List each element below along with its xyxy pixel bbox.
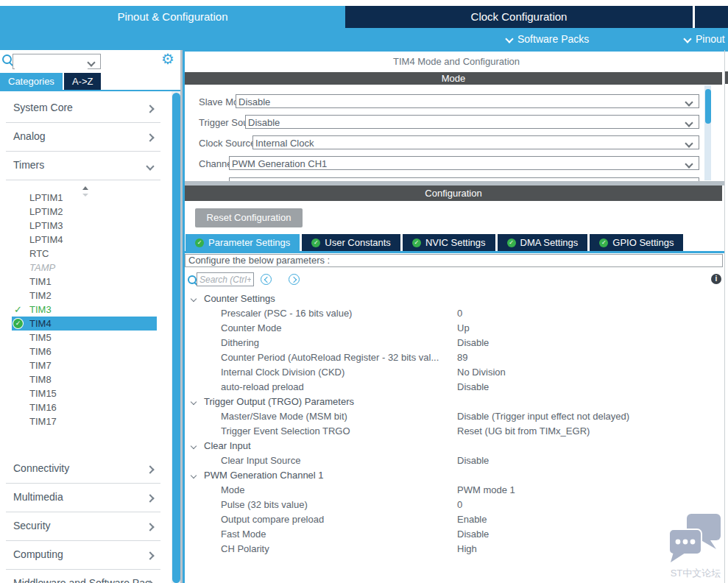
chevron-right-icon: [146, 523, 154, 531]
chevron-down-icon: [87, 58, 95, 66]
sidebar-item-tim4[interactable]: ✓TIM4: [12, 317, 157, 331]
panel-right-divider: [724, 50, 725, 583]
peripherals-sidebar: ⚙ Categories A->Z System CoreAnalogTimer…: [0, 50, 183, 583]
param-group-pwm-generation-channel-1[interactable]: PWM Generation Channel 1: [185, 468, 724, 483]
mode-select-channel1[interactable]: PWM Generation CH1: [229, 156, 699, 170]
param-row: Prescaler (PSC - 16 bits value)0: [185, 306, 724, 321]
param-row: ModePWM mode 1: [185, 483, 724, 498]
watermark-label: ST中文论坛: [666, 567, 725, 580]
tab-nvic-settings[interactable]: ✓NVIC Settings: [403, 234, 495, 251]
sidebar-item-tim8[interactable]: TIM8: [0, 372, 171, 386]
mode-select-clock-source[interactable]: Internal Clock: [252, 135, 699, 149]
chevron-right-icon: [291, 277, 297, 283]
gear-icon[interactable]: ⚙: [161, 52, 174, 66]
param-group-clear-input[interactable]: Clear Input: [185, 439, 724, 453]
tab-clock-configuration[interactable]: Clock Configuration: [345, 6, 695, 28]
sidebar-scrollbar-thumb[interactable]: [172, 93, 180, 583]
mode-section-body: Slave ModeDisableTrigger SourceDisableCl…: [185, 85, 722, 181]
sidebar-item-tim17[interactable]: TIM17: [0, 414, 171, 428]
software-packs-label: Software Packs: [517, 33, 589, 45]
sidebar-item-tamp[interactable]: TAMP: [0, 261, 171, 275]
tab-next-partial[interactable]: [695, 6, 728, 28]
sidebar-item-tim2[interactable]: TIM2: [0, 289, 171, 303]
pinout-view-label: Pinout: [696, 33, 725, 45]
info-icon[interactable]: i: [711, 274, 721, 284]
sidebar-item-security[interactable]: Security: [6, 512, 160, 541]
sidebar-item-multimedia[interactable]: Multimedia: [6, 484, 160, 512]
sidebar-item-lptim4[interactable]: LPTIM4: [0, 233, 171, 247]
sub-navbar: Software Packs Pinout: [0, 28, 728, 50]
sidebar-item-lptim2[interactable]: LPTIM2: [0, 205, 171, 219]
chevron-down-icon: [191, 399, 197, 405]
search-prev-button[interactable]: [261, 274, 272, 285]
check-icon: ✓: [14, 303, 22, 317]
chevron-right-icon: [146, 133, 154, 141]
mode-row-channel1: Channel1PWM Generation CH1: [185, 157, 722, 171]
sidebar-item-tim1[interactable]: TIM1: [0, 275, 171, 289]
chevron-down-icon: [146, 162, 154, 170]
tab-categories[interactable]: Categories: [0, 73, 63, 90]
configuration-section-header: Configuration: [185, 186, 722, 201]
adjacent-panel-header-sliver: [725, 71, 728, 84]
tab-user-constants[interactable]: ✓User Constants: [302, 234, 400, 251]
sidebar-item-timers[interactable]: Timers: [6, 152, 160, 180]
sidebar-item-lptim1[interactable]: LPTIM1: [0, 191, 171, 205]
sidebar-item-middleware-and-software-pac[interactable]: Middleware and Software Pac: [6, 570, 160, 583]
tab-gpio-settings[interactable]: ✓GPIO Settings: [590, 234, 683, 251]
param-row: Master/Slave Mode (MSM bit)Disable (Trig…: [185, 409, 724, 424]
chevron-down-icon: [683, 35, 691, 43]
sidebar-item-analog[interactable]: Analog: [6, 123, 160, 152]
tab-parameter-settings[interactable]: ✓Parameter Settings: [185, 234, 300, 251]
sidebar-item-tim16[interactable]: TIM16: [0, 400, 171, 414]
chevron-down-icon: [685, 139, 693, 147]
check-circle-icon: ✓: [13, 319, 23, 328]
stm32cubemx-window: Pinout & Configuration Clock Configurati…: [0, 0, 728, 583]
reset-configuration-button[interactable]: Reset Configuration: [195, 208, 303, 227]
list-scroll-up-button[interactable]: [0, 180, 171, 191]
chevron-down-icon: [191, 473, 197, 478]
mode-scrollbar-thumb[interactable]: [705, 89, 711, 124]
sidebar-item-computing[interactable]: Computing: [6, 541, 160, 570]
param-row: Counter ModeUp: [185, 321, 724, 336]
sidebar-search-input[interactable]: [15, 55, 88, 69]
chevron-left-icon: [264, 277, 270, 283]
sidebar-item-tim15[interactable]: TIM15: [0, 386, 171, 400]
check-circle-icon: ✓: [599, 239, 608, 247]
mode-select-slave-mode[interactable]: Disable: [236, 94, 699, 108]
pinout-view-menu[interactable]: Pinout: [685, 28, 725, 50]
check-circle-icon: ✓: [195, 239, 204, 247]
sidebar-item-tim5[interactable]: TIM5: [0, 331, 171, 344]
param-row: Pulse (32 bits value)0: [185, 498, 724, 512]
search-next-button[interactable]: [289, 274, 300, 285]
sidebar-item-system-core[interactable]: System Core: [6, 94, 160, 123]
sidebar-item-rtc[interactable]: RTC: [0, 247, 171, 261]
mode-select-trigger-source[interactable]: Disable: [245, 115, 699, 129]
sidebar-item-tim3[interactable]: ✓TIM3: [0, 303, 171, 317]
forum-watermark: ST中文论坛: [666, 514, 725, 580]
param-group-trigger-output-trgo-parameters[interactable]: Trigger Output (TRGO) Parameters: [185, 395, 724, 409]
sidebar-item-tim6[interactable]: TIM6: [0, 344, 171, 358]
param-row: Trigger Event Selection TRGOReset (UG bi…: [185, 424, 724, 439]
parameter-search-input[interactable]: [197, 272, 254, 286]
software-packs-menu[interactable]: Software Packs: [506, 28, 589, 50]
tab-a-to-z[interactable]: A->Z: [64, 73, 102, 90]
chevron-down-icon: [191, 443, 197, 449]
sidebar-categories-bottom: ConnectivityMultimediaSecurityComputingM…: [0, 455, 171, 583]
tim4-config-panel: TIM4 Mode and Configuration Mode Slave M…: [183, 50, 728, 583]
chevron-right-icon: [146, 105, 154, 113]
param-row: Counter Period (AutoReload Register - 32…: [185, 350, 724, 365]
param-row: Clear Input SourceDisable: [185, 453, 724, 468]
tab-pinout-configuration[interactable]: Pinout & Configuration: [0, 6, 345, 28]
param-row: Fast ModeDisable: [185, 527, 724, 542]
check-circle-icon: ✓: [311, 239, 320, 247]
sidebar-search-combo[interactable]: [13, 54, 101, 69]
sidebar-item-tim7[interactable]: TIM7: [0, 358, 171, 372]
tab-dma-settings[interactable]: ✓DMA Settings: [498, 234, 588, 251]
mode-row-clock-source: Clock SourceInternal Clock: [185, 136, 722, 150]
param-group-counter-settings[interactable]: Counter Settings: [185, 292, 724, 306]
sidebar-item-connectivity[interactable]: Connectivity: [6, 455, 160, 484]
triangle-up-icon: [82, 186, 88, 190]
sidebar-item-lptim3[interactable]: LPTIM3: [0, 219, 171, 233]
check-circle-icon: ✓: [412, 239, 421, 247]
chevron-right-icon: [146, 494, 154, 502]
